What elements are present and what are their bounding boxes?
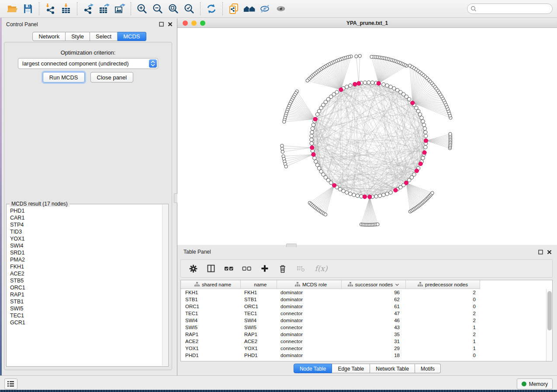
table-cell: 43 xyxy=(342,325,406,330)
import-table-button[interactable] xyxy=(58,1,74,16)
table-cell: FKH1 xyxy=(241,290,277,295)
show-column-button[interactable] xyxy=(206,263,216,274)
shared-column-icon xyxy=(194,282,200,287)
deselect-all-rows-button[interactable] xyxy=(242,263,252,274)
save-floppy-icon xyxy=(22,3,34,14)
table-settings-button[interactable] xyxy=(188,263,198,274)
mcds-result-list[interactable]: PHD1CAR1STP4TID3YOX1SWI4SRD1PMA2FKH1ACE2… xyxy=(7,205,162,366)
search-input[interactable] xyxy=(478,5,549,12)
delete-column-button[interactable] xyxy=(277,263,288,274)
table-cell: dominator xyxy=(277,353,342,358)
network-canvas[interactable] xyxy=(177,28,557,245)
table-cell: 96 xyxy=(342,290,406,295)
export-table-icon xyxy=(98,3,110,14)
table-row[interactable]: TEC1TEC1connector472 xyxy=(181,310,552,317)
mcds-result-item[interactable]: FKH1 xyxy=(10,263,162,270)
table-cell: 2 xyxy=(406,290,480,295)
table-row[interactable]: PHD1PHD1dominator180 xyxy=(181,352,552,359)
mcds-result-item[interactable]: YOX1 xyxy=(10,235,162,242)
column-header-mcds-role[interactable]: MCDS role xyxy=(277,280,342,289)
column-label: name xyxy=(254,282,267,287)
criterion-dropdown[interactable]: largest connected component (undirected) xyxy=(18,58,158,69)
tab-mcds[interactable]: MCDS xyxy=(118,32,146,41)
mcds-result-item[interactable]: STB1 xyxy=(10,298,162,305)
table-row[interactable]: ORC1ORC1dominator610 xyxy=(181,303,552,310)
column-header-shared-name[interactable]: shared name xyxy=(181,280,241,289)
tab-node-table[interactable]: Node Table xyxy=(294,364,332,373)
clone-network-button[interactable] xyxy=(226,1,242,16)
home-panel-button[interactable] xyxy=(242,1,257,16)
table-scrollbar-track[interactable] xyxy=(546,289,552,361)
table-cell: TEC1 xyxy=(181,311,241,316)
export-network-button[interactable] xyxy=(80,1,96,16)
table-row[interactable]: SWI5SWI5connector431 xyxy=(181,324,552,331)
delete-table-icon xyxy=(296,264,305,273)
table-toolbar: f(x) xyxy=(180,259,553,278)
create-column-button[interactable] xyxy=(259,263,270,274)
tab-style[interactable]: Style xyxy=(66,32,90,41)
close-panel-icon[interactable] xyxy=(547,250,552,254)
control-panel-tabs: Network Style Select MCDS xyxy=(32,32,146,41)
mcds-result-item[interactable]: TEC1 xyxy=(10,312,162,319)
delete-table-button-disabled xyxy=(295,263,306,274)
control-panel: Control Panel Network Style Select MCDS … xyxy=(2,18,177,375)
zoom-out-button[interactable] xyxy=(150,1,166,16)
table-row[interactable]: YOX1YOX1connector291 xyxy=(181,345,552,352)
mcds-result-item[interactable]: STP4 xyxy=(10,221,162,228)
mcds-result-item[interactable]: ACE2 xyxy=(10,270,162,277)
close-panel-icon[interactable] xyxy=(168,22,173,27)
zoom-out-icon xyxy=(152,3,163,14)
table-row[interactable]: STB1STB1dominator620 xyxy=(181,296,552,303)
table-row[interactable]: ACE2ACE2connector311 xyxy=(181,338,552,345)
tab-edge-table[interactable]: Edge Table xyxy=(332,364,370,373)
show-details-button[interactable] xyxy=(273,1,289,16)
mcds-result-item[interactable]: PMA2 xyxy=(10,256,162,263)
task-history-button[interactable] xyxy=(4,378,17,389)
save-session-button[interactable] xyxy=(20,1,36,16)
table-scrollbar-thumb[interactable] xyxy=(547,291,552,330)
mcds-result-item[interactable]: CAR1 xyxy=(10,214,162,221)
column-header-predecessor-nodes[interactable]: predecessor nodes xyxy=(406,280,480,289)
tab-network-table[interactable]: Network Table xyxy=(370,364,415,373)
export-image-icon xyxy=(114,3,125,14)
column-header-successor-nodes[interactable]: successor nodes xyxy=(342,280,406,289)
zoom-in-button[interactable] xyxy=(134,1,150,16)
mcds-result-item[interactable]: GCR1 xyxy=(10,319,162,326)
open-file-button[interactable] xyxy=(4,1,20,16)
hide-details-button[interactable] xyxy=(257,1,273,16)
run-mcds-button[interactable]: Run MCDS xyxy=(43,72,85,83)
mcds-result-item[interactable]: TID3 xyxy=(10,228,162,235)
zoom-fit-button[interactable] xyxy=(166,1,181,16)
memory-button[interactable]: Memory xyxy=(517,378,553,389)
table-row[interactable]: SWI4SWI4dominator462 xyxy=(181,317,552,324)
select-all-rows-button[interactable] xyxy=(224,263,234,274)
import-network-button[interactable] xyxy=(42,1,58,16)
mcds-result-item[interactable]: SWI4 xyxy=(10,242,162,249)
table-cell: 0 xyxy=(406,304,480,309)
zoom-selected-button[interactable] xyxy=(181,1,197,16)
table-row[interactable]: FKH1FKH1dominator962 xyxy=(181,289,552,296)
checked-boxes-icon xyxy=(224,264,234,273)
tab-select[interactable]: Select xyxy=(90,32,118,41)
mcds-list-scrollbar[interactable] xyxy=(162,205,168,366)
float-panel-icon[interactable] xyxy=(159,22,164,27)
tab-motifs[interactable]: Motifs xyxy=(415,364,441,373)
refresh-view-button[interactable] xyxy=(204,1,219,16)
search-field[interactable] xyxy=(467,3,553,14)
export-image-button[interactable] xyxy=(112,1,128,16)
float-panel-icon[interactable] xyxy=(538,250,543,254)
table-cell: RAP1 xyxy=(241,332,277,337)
network-window-titlebar[interactable]: YPA_prune.txt_1 xyxy=(177,18,557,28)
mcds-result-item[interactable]: STB5 xyxy=(10,277,162,284)
table-panel-title: Table Panel xyxy=(183,249,211,255)
tab-network[interactable]: Network xyxy=(32,32,66,41)
mcds-result-item[interactable]: RAP1 xyxy=(10,291,162,298)
column-header-name[interactable]: name xyxy=(241,280,277,289)
mcds-result-item[interactable]: SWI5 xyxy=(10,305,162,312)
close-panel-button[interactable]: Close panel xyxy=(90,72,134,83)
table-row[interactable]: RAP1RAP1dominator352 xyxy=(181,331,552,338)
mcds-result-item[interactable]: PHD1 xyxy=(10,207,162,214)
mcds-result-item[interactable]: SRD1 xyxy=(10,249,162,256)
mcds-result-item[interactable]: ORC1 xyxy=(10,284,162,291)
export-table-button[interactable] xyxy=(96,1,112,16)
